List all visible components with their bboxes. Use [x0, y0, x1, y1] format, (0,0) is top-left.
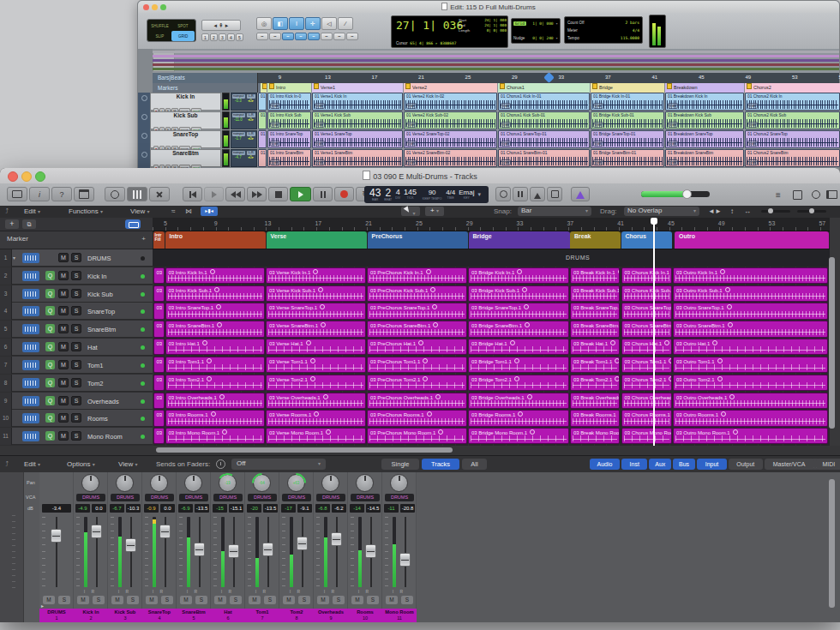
pt-track-gutter[interactable] — [138, 111, 150, 131]
region-break-overheads[interactable]: 03 Break Overheads.1 — [570, 393, 620, 409]
section-marker-intro[interactable]: Intro — [165, 231, 267, 249]
region-outro-kick-sub[interactable]: 03 Outro Kick Sub.1 — [673, 285, 828, 302]
input-record-buttons[interactable]: I R — [348, 589, 381, 594]
pt-region[interactable]: 01 Verse1 Kick In0 dB — [312, 93, 403, 111]
zoomer-tool-icon[interactable]: ◎ — [256, 17, 272, 30]
lcd-chevron-icon[interactable]: ▾ — [477, 191, 481, 198]
mini-ruler-1[interactable] — [153, 51, 839, 53]
pan-knob[interactable]: -19 — [219, 474, 237, 492]
mixer-filter-audio[interactable]: Audio — [590, 459, 620, 470]
solo-button[interactable]: S — [230, 596, 242, 604]
smart-controls-icon[interactable] — [105, 187, 125, 201]
mixer-filter-master-vca[interactable]: Master/VCA — [765, 459, 814, 470]
region-chorus-hat[interactable]: 03 Chorus Hat.1 — [621, 339, 672, 355]
region-verse-rooms[interactable]: 03 Verse Rooms.1 — [266, 410, 366, 426]
vca-assignment-badge[interactable]: DRUMS — [385, 494, 414, 501]
pan-knob[interactable] — [116, 474, 134, 492]
region-intro-snaretop[interactable]: 03 Intro SnareTop.1 — [165, 303, 266, 319]
track-icon-waveform[interactable] — [22, 378, 39, 388]
selector-tool-icon[interactable]: I — [289, 17, 304, 30]
section-marker-bridge[interactable]: Bridge — [469, 231, 570, 249]
duplicate-track-button[interactable]: ⧉ — [22, 219, 36, 229]
mute-button[interactable]: M — [283, 596, 295, 604]
fader-db-value[interactable]: -14.5 — [366, 504, 381, 513]
zoom-slider-horizontal[interactable] — [797, 210, 826, 213]
add-marker-button[interactable]: + — [141, 235, 146, 243]
grid-value[interactable]: 1| 0| 000 ▾ — [532, 21, 558, 26]
pan-knob[interactable] — [321, 474, 339, 492]
grabber-tool-icon[interactable]: ✛ — [305, 17, 321, 30]
region-chorus-kick-sub[interactable]: 03 Chorus Kick Sub.1 — [621, 285, 672, 302]
metronome-icon[interactable] — [530, 187, 545, 201]
pt-mode-shuffle[interactable]: SHUFFLE — [148, 21, 171, 31]
track-header-kick-in[interactable]: 2QMSKick In — [0, 267, 153, 285]
fader-cap[interactable] — [125, 538, 136, 552]
mixer-menu-options[interactable]: Options ▾ — [67, 460, 95, 468]
mixer-view-all[interactable]: All — [462, 459, 487, 470]
track-header-overheads[interactable]: 9QMSOverheads — [0, 393, 153, 410]
section-marker-outro[interactable]: Outro — [675, 231, 829, 249]
region-bridge-snaretop[interactable]: 03 Bridge SnareTop.1 — [468, 303, 569, 319]
mute-button[interactable]: M — [180, 596, 192, 604]
grid-mode-badge[interactable]: Grid — [513, 21, 526, 26]
pt-region[interactable]: 01 Bridge SnareBtm-010 dB — [591, 149, 664, 167]
track-volume-value[interactable]: -4.7 — [231, 155, 245, 160]
mute-button[interactable]: M — [386, 596, 398, 604]
region-outro-snarebtm[interactable]: 03 Outro SnareBtm.1 — [673, 321, 828, 337]
power-icon[interactable] — [216, 459, 225, 469]
pan-knob[interactable]: -64 — [253, 474, 271, 492]
flex-icon[interactable]: ⋈ — [185, 207, 192, 215]
mute-button[interactable]: M — [43, 596, 55, 604]
playhead[interactable] — [653, 218, 655, 446]
pt-edit-option-3[interactable]: ▪▪ — [282, 33, 294, 40]
track-header-kick-sub[interactable]: 3QMSKick Sub — [0, 285, 153, 303]
solo-button[interactable]: S — [264, 596, 276, 604]
region-bridge-tom2[interactable]: 03 Bridge Tom2.1 — [468, 375, 569, 391]
vertical-zoom-icon[interactable]: ↕ — [730, 207, 734, 215]
input-record-buttons[interactable]: I R — [74, 589, 107, 594]
pt-track-namebox[interactable]: SnareBtm●ISMwaveread — [150, 149, 221, 167]
catch-playhead-icon[interactable]: ▸▮◂ — [201, 207, 218, 216]
pt-region[interactable]: 01 Chorus2 SnareTop0 dB — [745, 130, 840, 148]
pt-zoom-preset-3[interactable]: 3 — [219, 33, 226, 41]
tracks-menu-edit[interactable]: Edit ▾ — [24, 207, 40, 215]
disclosure-icon[interactable]: ▸ — [41, 603, 44, 609]
vca-assignment-badge[interactable]: DRUMS — [111, 494, 140, 501]
solo-button[interactable]: S — [71, 413, 81, 423]
pt-edit-option-4[interactable]: ▪▪ — [295, 33, 307, 40]
fader-cap[interactable] — [194, 543, 205, 556]
region-prechorus-kick-sub[interactable]: 03 PreChorus Kick Sub.1 — [367, 285, 467, 302]
region-verse-snarebtm[interactable]: 03 Verse SnareBtm.1 — [266, 321, 366, 337]
track-header-tom1[interactable]: 7QMSTom1 — [0, 357, 153, 374]
region-stub[interactable]: 03 I — [153, 393, 165, 409]
solo-button[interactable]: S — [161, 596, 173, 604]
solo-button[interactable]: S — [71, 378, 81, 387]
pt-region[interactable]: 01 Verse2 Kick Sub-020 dB — [404, 111, 497, 129]
region-chorus-rooms[interactable]: 03 Chorus Rooms.1 — [621, 410, 672, 426]
waveform-zoom-icon[interactable]: ◄► — [708, 207, 722, 215]
quick-help-icon[interactable]: ? — [51, 187, 72, 201]
region-break-tom2[interactable]: 03 Break Tom2.1 — [570, 375, 620, 391]
markers-lane[interactable]: Markers IFIntroVerse1Verse2Chorus1Bridge… — [153, 83, 839, 93]
play-from-selection-button[interactable] — [204, 187, 224, 201]
solo-button[interactable]: S — [71, 342, 81, 351]
region-outro-tom1[interactable]: 03 Outro Tom1.1 — [673, 357, 828, 373]
vca-assignment-badge[interactable]: DRUMS — [248, 494, 277, 501]
fader-db-value[interactable]: 0.0 — [92, 504, 106, 513]
section-marker-break[interactable]: Break — [570, 231, 621, 249]
pt-track-gutter[interactable] — [138, 93, 150, 112]
quantize-button[interactable]: Q — [45, 431, 55, 441]
fader-db-value[interactable]: -13.5 — [195, 504, 209, 513]
region-outro-kick-in[interactable]: 03 Outro Kick In.1 — [673, 267, 828, 284]
pt-region-stub[interactable]: 01 — [258, 111, 267, 129]
mixer-view-tracks[interactable]: Tracks — [422, 459, 459, 470]
track-header-config-button[interactable] — [125, 219, 141, 229]
channel-nameplate[interactable]: Tom17 — [245, 609, 279, 622]
region-break-hat[interactable]: 03 Break Hat.1 — [570, 339, 620, 355]
channel-nameplate[interactable]: SnareBtm5 — [177, 609, 211, 622]
pan-knob[interactable] — [81, 474, 99, 492]
vca-assignment-badge[interactable]: DRUMS — [76, 494, 105, 501]
main-counter-lcd[interactable]: 27| 1| 036 Start24| 1| 000End24| 1| 000L… — [391, 15, 508, 48]
region-stub[interactable]: 03 I — [153, 321, 165, 337]
section-marker-verse[interactable]: Verse — [267, 231, 368, 249]
